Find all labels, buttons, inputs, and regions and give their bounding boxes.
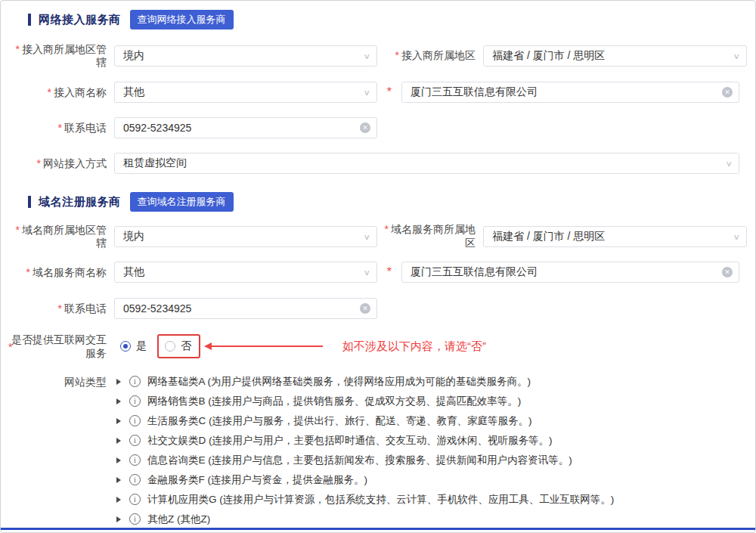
select-value: 境内 xyxy=(123,230,363,243)
required-asterisk: * xyxy=(395,49,399,61)
input-value: 厦门三五互联信息有限公司 xyxy=(411,265,722,279)
chevron-down-icon: ∨ xyxy=(363,52,370,60)
arrow-left-icon xyxy=(211,346,323,347)
info-icon[interactable]: i xyxy=(129,454,141,466)
clear-icon[interactable]: ✕ xyxy=(360,303,370,314)
query-access-provider-button[interactable]: 查询网络接入服务商 xyxy=(130,10,234,29)
radio-label[interactable]: 是 xyxy=(136,339,147,353)
expand-triangle-icon[interactable] xyxy=(116,516,121,522)
website-type-item-D[interactable]: i 社交文娱类D (连接用户与用户，主要包括即时通信、交友互动、游戏休闲、视听服… xyxy=(114,433,614,448)
label-website-type: 网站类型 xyxy=(8,374,114,531)
website-type-list: i 网络基础类A (为用户提供网络基础类服务，使得网络应用成为可能的基础类服务商… xyxy=(114,374,614,531)
section-header-access-provider: 网络接入服务商 查询网络接入服务商 xyxy=(28,11,755,28)
required-asterisk: * xyxy=(58,122,62,134)
required-asterisk: * xyxy=(58,302,62,315)
label-access-phone: *联系电话 xyxy=(8,122,114,135)
website-type-block: 网站类型 i 网络基础类A (为用户提供网络基础类服务，使得网络应用成为可能的基… xyxy=(1,374,755,531)
query-domain-provider-button[interactable]: 查询域名注册服务商 xyxy=(130,192,234,212)
radio-label[interactable]: 否 xyxy=(181,339,191,353)
annotation-arrow: 如不涉及以下内容，请选“否” xyxy=(205,339,486,354)
website-type-item-A[interactable]: i 网络基础类A (为用户提供网络基础类服务，使得网络应用成为可能的基础类服务商… xyxy=(114,374,614,389)
website-type-text: 生活服务类C (连接用户与服务，提供出行、旅行、配送、寄递、教育、家庭等服务。) xyxy=(147,414,532,428)
clear-icon[interactable]: ✕ xyxy=(360,122,370,133)
required-asterisk: * xyxy=(48,86,51,98)
info-icon[interactable]: i xyxy=(129,395,141,407)
radio-option-yes[interactable]: 是 xyxy=(120,339,147,353)
info-icon[interactable]: i xyxy=(129,494,141,505)
domain-name-select[interactable]: 其他 ∨ xyxy=(114,262,377,283)
website-type-item-F[interactable]: i 金融服务类F (连接用户与资金，提供金融服务。) xyxy=(114,473,614,487)
select-value: 租赁虚拟空间 xyxy=(123,156,725,170)
select-value: 福建省 / 厦门市 / 思明区 xyxy=(492,49,733,63)
label-access-name: *接入商名称 xyxy=(8,86,114,99)
select-value: 境内 xyxy=(123,49,363,63)
required-asterisk: * xyxy=(385,223,389,235)
required-asterisk: * xyxy=(37,157,41,169)
access-phone-input[interactable]: 0592-5234925 ✕ xyxy=(114,117,377,138)
access-name-other-input[interactable]: 厦门三五互联信息有限公司 ✕ xyxy=(401,82,739,103)
clear-icon[interactable]: ✕ xyxy=(722,267,733,277)
access-method-select[interactable]: 租赁虚拟空间 ∨ xyxy=(114,153,739,174)
expand-triangle-icon[interactable] xyxy=(116,457,121,463)
domain-region-admin-select[interactable]: 境内 ∨ xyxy=(114,226,377,247)
input-value: 0592-5234925 xyxy=(123,122,360,134)
label-access-region-admin: *接入商所属地区管辖 xyxy=(8,43,114,69)
website-type-text: 信息咨询类E (连接用户与信息，主要包括新闻发布、搜索服务、提供新闻和用户内容资… xyxy=(147,454,572,467)
interactive-service-row: * 是否提供互联网交互 服务 是 否 如不涉及以下内容，请选“否” xyxy=(1,333,755,360)
chevron-down-icon: ∨ xyxy=(363,268,370,276)
select-value: 其他 xyxy=(123,85,363,99)
expand-triangle-icon[interactable] xyxy=(116,477,121,483)
section-title-bar xyxy=(28,14,31,26)
domain-phone-input[interactable]: 0592-5234925 ✕ xyxy=(114,298,377,319)
website-type-text: 其他Z (其他Z) xyxy=(147,513,210,526)
label-access-region: *接入商所属地区 xyxy=(377,49,483,63)
expand-triangle-icon[interactable] xyxy=(116,418,121,424)
input-value: 0592-5234925 xyxy=(123,302,360,315)
info-icon[interactable]: i xyxy=(129,435,141,446)
label-domain-region: *域名服务商所属地区 xyxy=(377,223,483,250)
website-type-item-Z[interactable]: i 其他Z (其他Z) xyxy=(114,512,614,526)
access-name-select[interactable]: 其他 ∨ xyxy=(114,82,377,103)
label-access-method: *网站接入方式 xyxy=(8,157,114,170)
label-domain-phone: *联系电话 xyxy=(8,302,114,315)
expand-triangle-icon[interactable] xyxy=(116,379,121,385)
info-icon[interactable]: i xyxy=(129,513,141,525)
website-type-item-G[interactable]: i 计算机应用类G (连接用户与计算资源，包括系统支持、云计算、手机软件、应用工… xyxy=(114,492,614,507)
required-asterisk: * xyxy=(8,340,12,354)
website-type-text: 计算机应用类G (连接用户与计算资源，包括系统支持、云计算、手机软件、应用工具、… xyxy=(147,493,614,507)
expand-triangle-icon[interactable] xyxy=(116,398,121,404)
annotation-text: 如不涉及以下内容，请选“否” xyxy=(342,339,486,354)
section-title-access-provider: 网络接入服务商 xyxy=(39,13,121,27)
chevron-down-icon: ∨ xyxy=(725,160,733,167)
radio-button-checked[interactable] xyxy=(120,341,131,352)
input-value: 厦门三五互联信息有限公司 xyxy=(411,85,722,99)
info-icon[interactable]: i xyxy=(129,474,141,485)
access-region-select[interactable]: 福建省 / 厦门市 / 思明区 ∨ xyxy=(483,45,747,67)
radio-button-unchecked[interactable] xyxy=(165,341,175,352)
clear-icon[interactable]: ✕ xyxy=(722,87,733,98)
section-title-domain-provider: 域名注册服务商 xyxy=(39,195,121,209)
domain-name-other-input[interactable]: 厦门三五互联信息有限公司 ✕ xyxy=(401,262,739,283)
info-icon[interactable]: i xyxy=(129,376,141,387)
website-type-item-C[interactable]: i 生活服务类C (连接用户与服务，提供出行、旅行、配送、寄递、教育、家庭等服务… xyxy=(114,414,614,428)
chevron-down-icon: ∨ xyxy=(363,233,370,240)
footer-divider xyxy=(1,528,755,530)
info-icon[interactable]: i xyxy=(129,415,141,426)
section-title-bar xyxy=(28,196,31,208)
label-domain-name: *域名服务商名称 xyxy=(8,266,114,279)
website-type-item-B[interactable]: i 网络销售类B (连接用户与商品，提供销售服务、促成双方交易、提高匹配效率等。… xyxy=(114,394,614,408)
required-asterisk-standalone: * xyxy=(377,265,401,279)
expand-triangle-icon[interactable] xyxy=(116,438,121,444)
chevron-down-icon: ∨ xyxy=(733,233,740,240)
required-asterisk-standalone: * xyxy=(377,85,401,99)
required-asterisk: * xyxy=(26,266,30,278)
domain-region-select[interactable]: 福建省 / 厦门市 / 思明区 ∨ xyxy=(483,226,747,247)
expand-triangle-icon[interactable] xyxy=(116,497,121,503)
website-type-text: 金融服务类F (连接用户与资金，提供金融服务。) xyxy=(147,473,367,487)
required-asterisk: * xyxy=(16,224,20,236)
radio-option-no[interactable]: 否 xyxy=(165,339,191,353)
required-asterisk: * xyxy=(16,43,20,55)
select-value: 福建省 / 厦门市 / 思明区 xyxy=(492,230,733,243)
access-region-admin-select[interactable]: 境内 ∨ xyxy=(114,45,377,67)
website-type-item-E[interactable]: i 信息咨询类E (连接用户与信息，主要包括新闻发布、搜索服务、提供新闻和用户内… xyxy=(114,453,614,467)
